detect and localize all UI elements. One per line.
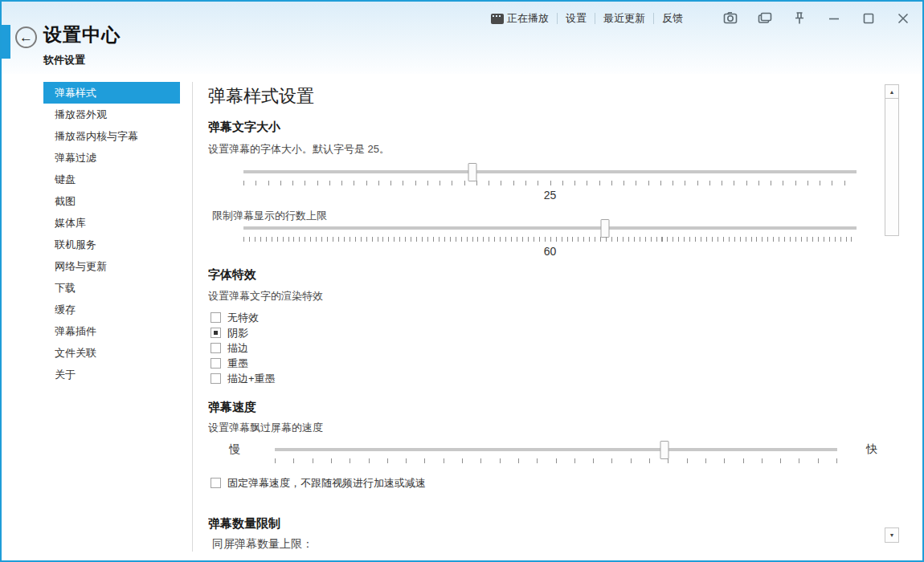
speed-slider-thumb[interactable] — [660, 441, 669, 459]
top-bar: 正在播放 设置 最近更新 反馈 — [491, 10, 911, 27]
minimize-icon[interactable] — [826, 10, 842, 26]
line-limit-slider-track[interactable] — [243, 226, 857, 230]
close-icon[interactable] — [895, 10, 911, 26]
option-shadow[interactable]: 阴影 — [211, 325, 276, 340]
font-size-slider-thumb[interactable] — [468, 163, 477, 181]
sidebar-item-danmaku-filter[interactable]: 弹幕过滤 — [43, 147, 180, 169]
line-limit-slider: 60 — [243, 218, 857, 259]
option-outline[interactable]: 描边 — [211, 340, 276, 356]
sidebar-item-about[interactable]: 关于 — [43, 364, 180, 385]
checkbox — [211, 373, 221, 384]
cascade-windows-icon[interactable] — [757, 10, 773, 26]
sidebar-item-download[interactable]: 下载 — [43, 277, 180, 299]
settings-content: 弹幕样式设置 弹幕文字大小 设置弹幕的字体大小。默认字号是 25。 25 限制弹… — [208, 74, 885, 549]
sidebar-item-file-association[interactable]: 文件关联 — [43, 342, 180, 364]
option-no-effect[interactable]: 无特效 — [211, 310, 276, 325]
line-limit-slider-thumb[interactable] — [601, 219, 610, 238]
title-block: 设置中心 软件设置 — [43, 22, 121, 67]
menu-separator — [653, 13, 654, 24]
line-limit-slider-ticks — [243, 237, 857, 242]
section-font-effects-title: 字体特效 — [208, 267, 256, 283]
count-limit-partial-label: 同屏弹幕数量上限： — [212, 537, 313, 549]
edge-accent-tab — [2, 25, 10, 59]
font-size-slider-ticks — [243, 181, 857, 185]
sidebar-item-media-library[interactable]: 媒体库 — [43, 212, 180, 234]
pin-icon[interactable] — [791, 10, 807, 26]
back-button[interactable]: ← — [15, 26, 37, 48]
checkbox — [211, 343, 221, 353]
sidebar-item-player-appearance[interactable]: 播放器外观 — [43, 104, 180, 125]
fixed-speed-option[interactable]: 固定弹幕速度，不跟随视频进行加速或减速 — [211, 475, 426, 491]
speed-slider-track[interactable] — [275, 448, 837, 451]
option-outline-heavy-ink[interactable]: 描边+重墨 — [211, 371, 276, 386]
speed-slider-ticks — [275, 458, 837, 463]
menu-separator — [595, 13, 595, 24]
section-speed-title: 弹幕速度 — [208, 400, 256, 415]
sidebar-item-screenshot[interactable]: 截图 — [43, 190, 180, 212]
maximize-icon[interactable] — [861, 10, 877, 26]
menu-feedback[interactable]: 反馈 — [662, 11, 683, 26]
sidebar-item-online-service[interactable]: 联机服务 — [43, 234, 180, 255]
settings-window: ← 设置中心 软件设置 正在播放 设置 最近更新 反馈 — [0, 0, 924, 562]
sidebar-item-network-update[interactable]: 网络与更新 — [43, 255, 180, 277]
sidebar-item-player-core-subtitles[interactable]: 播放器内核与字幕 — [43, 125, 180, 147]
page-title: 设置中心 — [43, 22, 121, 47]
checkbox — [211, 358, 221, 369]
font-size-value: 25 — [243, 189, 857, 202]
scrollbar-down-icon[interactable]: ▼ — [885, 527, 899, 543]
page-subtitle: 软件设置 — [43, 53, 121, 67]
speed-slow-label: 慢 — [229, 442, 240, 457]
window-controls — [704, 10, 911, 26]
menu-settings[interactable]: 设置 — [566, 11, 587, 26]
menu-recent-updates[interactable]: 最近更新 — [603, 11, 645, 26]
sidebar-divider — [192, 82, 193, 552]
header: ← 设置中心 软件设置 正在播放 设置 最近更新 反馈 — [2, 2, 922, 74]
speed-fast-label: 快 — [866, 442, 877, 457]
now-playing-icon — [491, 14, 504, 24]
section-count-limit-title: 弹幕数量限制 — [208, 516, 280, 531]
option-heavy-ink[interactable]: 重墨 — [211, 356, 276, 371]
section-font-effects-desc: 设置弹幕文字的渲染特效 — [208, 289, 323, 303]
sidebar-item-danmaku-plugin[interactable]: 弹幕插件 — [43, 320, 180, 342]
sidebar: 弹幕样式 播放器外观 播放器内核与字幕 弹幕过滤 键盘 截图 媒体库 联机服务 … — [43, 82, 180, 385]
menu-separator — [557, 13, 558, 24]
font-size-slider-track[interactable] — [243, 170, 857, 173]
section-font-size-desc: 设置弹幕的字体大小。默认字号是 25。 — [208, 142, 390, 157]
section-speed-desc: 设置弹幕飘过屏幕的速度 — [208, 421, 323, 435]
checkbox — [211, 478, 221, 488]
font-size-slider: 25 — [243, 162, 857, 202]
speed-slider: 慢 快 — [275, 440, 837, 480]
sidebar-item-keyboard[interactable]: 键盘 — [43, 169, 180, 190]
scrollbar[interactable]: ▲ ▼ — [885, 82, 900, 546]
line-limit-value: 60 — [243, 245, 857, 258]
checkbox — [211, 328, 221, 338]
scrollbar-thumb[interactable] — [885, 98, 899, 236]
section-font-size-title: 弹幕文字大小 — [208, 120, 280, 135]
font-effects-options: 无特效 阴影 描边 重墨 描边+重墨 — [211, 310, 276, 386]
back-arrow-icon: ← — [19, 30, 33, 46]
sidebar-item-cache[interactable]: 缓存 — [43, 299, 180, 320]
checkbox — [211, 312, 221, 323]
content-title: 弹幕样式设置 — [208, 84, 314, 108]
sidebar-item-danmaku-style[interactable]: 弹幕样式 — [43, 82, 180, 104]
menu-now-playing[interactable]: 正在播放 — [491, 11, 549, 26]
screenshot-camera-icon[interactable] — [722, 10, 738, 26]
